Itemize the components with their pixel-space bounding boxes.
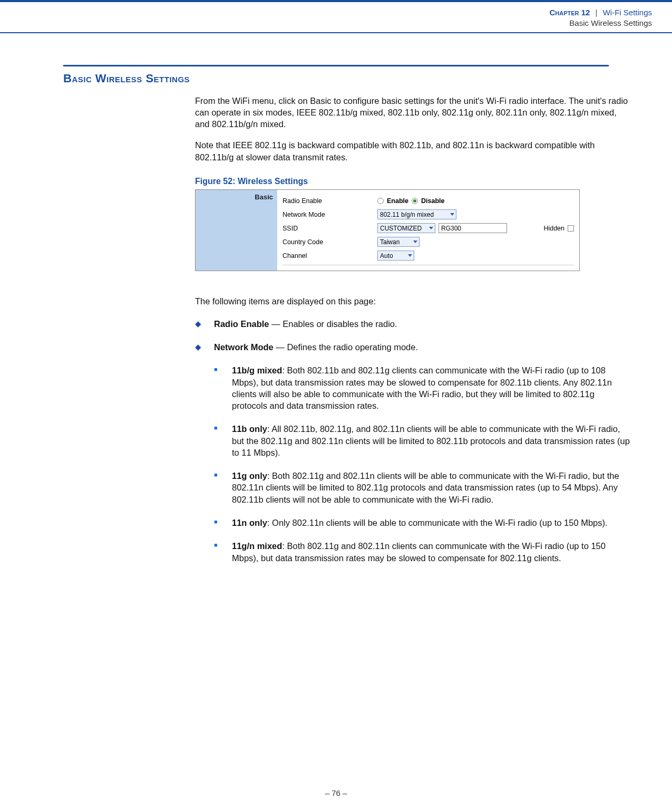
figure-caption: Figure 52: Wireless Settings — [195, 177, 630, 186]
radio-enable-option[interactable] — [377, 198, 384, 204]
item-desc-network-mode: Defines the radio operating mode. — [287, 342, 418, 352]
mode-desc: : Only 802.11n clients will be able to c… — [267, 518, 608, 527]
screenshot-divider — [283, 265, 574, 265]
channel-select[interactable]: Auto — [377, 251, 414, 261]
mode-item-11gn-mixed: 11g/n mixed: Both 802.11g and 802.11n cl… — [195, 540, 630, 564]
item-title-radio-enable: Radio Enable — [214, 319, 269, 329]
mode-item-11n-only: 11n only: Only 802.11n clients will be a… — [195, 517, 630, 528]
mode-title: 11g only — [232, 471, 267, 480]
list-item-network-mode: Network Mode — Defines the radio operati… — [195, 341, 630, 353]
mode-desc: : Both 802.11b and 802.11g clients can c… — [232, 365, 612, 410]
paragraph-intro-2: Note that IEEE 802.11g is backward compa… — [195, 139, 630, 163]
chapter-title: Wi-Fi Settings — [603, 8, 652, 17]
hidden-label: Hidden — [543, 225, 564, 232]
chapter-separator: | — [596, 8, 598, 17]
chapter-label: Chapter 12 — [549, 8, 590, 17]
radio-enable-label-disable: Disable — [421, 197, 444, 205]
list-intro-text: The following items are displayed on thi… — [195, 296, 630, 306]
mode-desc: : Both 802.11g and 802.11n clients can c… — [232, 541, 606, 562]
paragraph-intro-1: From the WiFi menu, click on Basic to co… — [195, 95, 630, 130]
mode-item-11g-only: 11g only: Both 802.11g and 802.11n clien… — [195, 470, 630, 505]
mode-title: 11n only — [232, 518, 267, 527]
mode-title: 11b only — [232, 424, 267, 434]
mode-title: 11g/n mixed — [232, 541, 282, 551]
field-label-country: Country Code — [283, 238, 377, 246]
mode-title: 11b/g mixed — [232, 365, 282, 375]
field-label-ssid: SSID — [283, 225, 377, 232]
item-dash: — — [269, 319, 283, 329]
ssid-input[interactable]: RG300 — [439, 223, 507, 233]
mode-desc: : Both 802.11g and 802.11n clients will … — [232, 471, 619, 504]
hidden-checkbox[interactable] — [568, 225, 574, 232]
mode-desc: : All 802.11b, 802.11g, and 802.11n clie… — [232, 424, 630, 457]
item-title-network-mode: Network Mode — [214, 342, 274, 352]
country-select[interactable]: Taiwan — [377, 237, 420, 247]
item-desc-radio-enable: Enables or disables the radio. — [283, 319, 397, 329]
field-label-radio-enable: Radio Enable — [283, 197, 377, 205]
mode-item-11b-only: 11b only: All 802.11b, 802.11g, and 802.… — [195, 423, 630, 458]
field-label-channel: Channel — [283, 252, 377, 259]
list-item-radio-enable: Radio Enable — Enables or disables the r… — [195, 318, 630, 330]
item-dash: — — [274, 342, 287, 352]
page-number: – 76 – — [0, 788, 672, 797]
mode-item-11bg-mixed: 11b/g mixed: Both 802.11b and 802.11g cl… — [195, 364, 630, 411]
chapter-subtitle: Basic Wireless Settings — [569, 18, 652, 27]
field-label-network-mode: Network Mode — [283, 211, 377, 218]
radio-disable-option[interactable] — [412, 198, 418, 204]
figure-screenshot: Basic Radio Enable Enable Disable Networ… — [195, 189, 580, 271]
section-heading: Basic Wireless Settings — [63, 72, 672, 85]
network-mode-select[interactable]: 802.11 b/g/n mixed — [377, 209, 456, 219]
section-rule — [63, 65, 609, 66]
page-header: Chapter 12 | Wi-Fi Settings Basic Wirele… — [0, 2, 672, 32]
ssid-type-select[interactable]: CUSTOMIZED — [377, 223, 435, 233]
screenshot-side-label: Basic — [196, 190, 277, 271]
radio-enable-label-enable: Enable — [387, 197, 408, 205]
header-rule — [0, 32, 672, 33]
